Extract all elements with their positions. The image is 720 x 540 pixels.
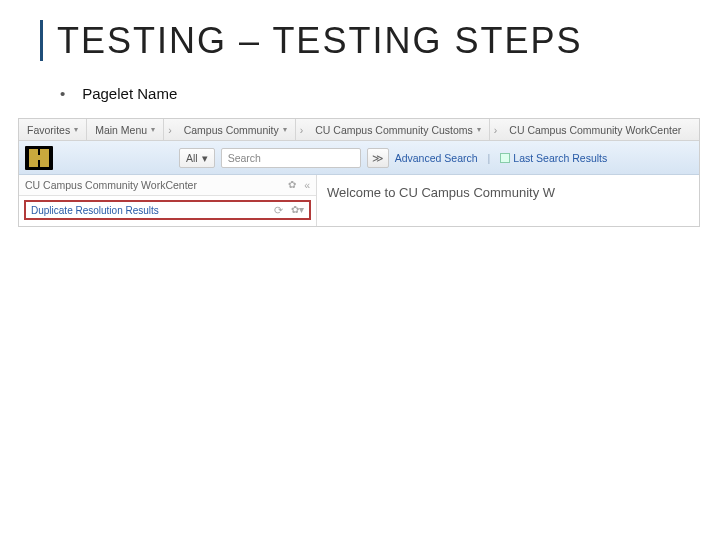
title-block: TESTING – TESTING STEPS	[40, 20, 720, 61]
slide-title: TESTING – TESTING STEPS	[57, 20, 720, 61]
advanced-search-link[interactable]: Advanced Search	[395, 152, 478, 164]
pagelet-title: CU Campus Community WorkCenter	[25, 179, 197, 191]
crumb-label: Main Menu	[95, 124, 147, 136]
crumb-sep: ›	[164, 119, 176, 140]
bullet-dot: •	[60, 85, 78, 102]
app-screenshot: Favorites ▾ Main Menu ▾ › Campus Communi…	[18, 118, 700, 227]
breadcrumb: Favorites ▾ Main Menu ▾ › Campus Communi…	[19, 119, 699, 141]
pagelet-link: Duplicate Resolution Results	[31, 205, 159, 216]
crumb-favorites[interactable]: Favorites ▾	[19, 119, 87, 140]
search-input[interactable]: Search	[221, 148, 361, 168]
results-icon	[500, 153, 510, 163]
crumb-label: CU Campus Community Customs	[315, 124, 473, 136]
welcome-text: Welcome to CU Campus Community W	[327, 185, 699, 200]
go-glyph: ≫	[372, 152, 384, 164]
caret-down-icon: ▾	[151, 125, 155, 134]
bullet-text: Pagelet Name	[82, 85, 177, 102]
search-go-button[interactable]: ≫	[367, 148, 389, 168]
crumb-label: Favorites	[27, 124, 70, 136]
collapse-icon[interactable]: «	[304, 179, 310, 191]
search-scope-dropdown[interactable]: All ▾	[179, 148, 215, 168]
work-area: CU Campus Community WorkCenter ✿ « Dupli…	[19, 175, 699, 226]
crumb-mainmenu[interactable]: Main Menu ▾	[87, 119, 164, 140]
caret-down-icon: ▾	[74, 125, 78, 134]
gear-dropdown-icon[interactable]: ✿▾	[291, 204, 304, 216]
left-panel: CU Campus Community WorkCenter ✿ « Dupli…	[19, 175, 317, 226]
scope-label: All	[186, 152, 198, 164]
right-panel: Welcome to CU Campus Community W	[317, 175, 699, 226]
crumb-customs[interactable]: CU Campus Community Customs ▾	[307, 119, 490, 140]
search-placeholder: Search	[228, 152, 261, 164]
caret-down-icon: ▾	[283, 125, 287, 134]
separator: |	[484, 152, 495, 164]
crumb-campus[interactable]: Campus Community ▾	[176, 119, 296, 140]
refresh-icon[interactable]: ⟳	[274, 204, 283, 216]
caret-down-icon: ▾	[202, 152, 208, 164]
last-results-link[interactable]: Last Search Results	[500, 152, 607, 164]
crumb-label: CU Campus Community WorkCenter	[509, 124, 681, 136]
crumb-sep: ›	[490, 119, 502, 140]
crumb-workcenter[interactable]: CU Campus Community WorkCenter	[501, 119, 689, 140]
pagelet-name-highlight[interactable]: Duplicate Resolution Results ⟳ ✿▾	[24, 200, 311, 220]
cu-logo-icon	[25, 146, 53, 170]
bullet-item: • Pagelet Name	[60, 85, 720, 102]
gear-icon[interactable]: ✿	[288, 179, 296, 191]
search-bar: All ▾ Search ≫ Advanced Search | Last Se…	[19, 141, 699, 175]
caret-down-icon: ▾	[477, 125, 481, 134]
crumb-sep: ›	[296, 119, 308, 140]
pagelet-header: CU Campus Community WorkCenter ✿ «	[19, 175, 316, 196]
crumb-label: Campus Community	[184, 124, 279, 136]
